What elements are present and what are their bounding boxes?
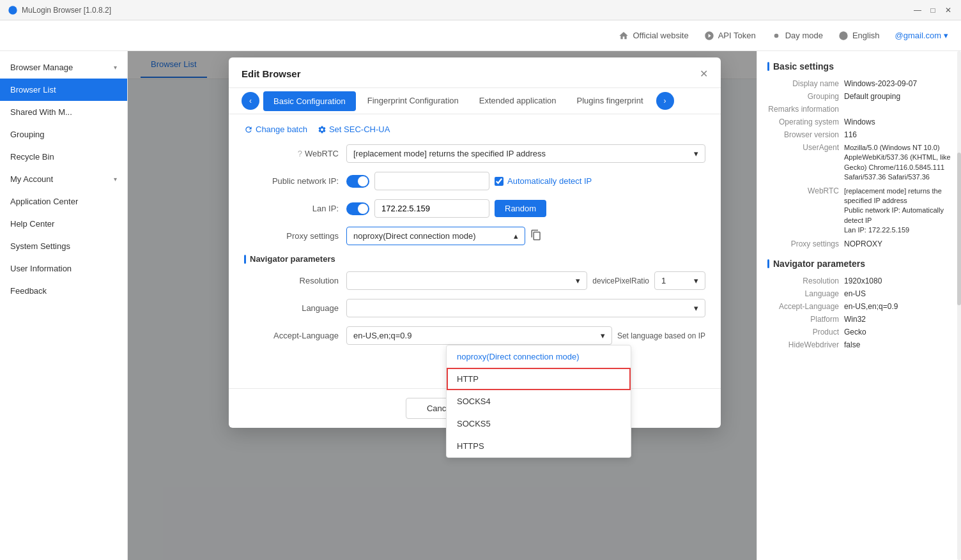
- proxy-label: Proxy settings: [244, 231, 346, 241]
- modal-close-button[interactable]: ✕: [700, 68, 708, 80]
- grouping-row: Grouping Default grouping: [767, 92, 951, 101]
- app-icon: [8, 5, 18, 15]
- tab-extended-app[interactable]: Extended application: [469, 89, 567, 113]
- tab-prev-arrow[interactable]: ‹: [242, 92, 259, 110]
- lan-ip-input[interactable]: [374, 199, 489, 218]
- window-controls: — □ ✕: [912, 5, 953, 15]
- day-mode-toggle[interactable]: Day mode: [771, 31, 823, 41]
- auto-detect-checkbox[interactable]: [495, 177, 504, 186]
- resolution-dropdown[interactable]: ▾: [346, 271, 587, 290]
- navigator-params-right-title: Navigator parameters: [767, 259, 951, 269]
- basic-settings-title: Basic settings: [767, 61, 951, 72]
- public-ip-row: Public network IP: Automatically detect …: [244, 172, 705, 190]
- webrtc-select[interactable]: [replacement mode] returns the specified…: [346, 144, 705, 163]
- svg-point-0: [8, 6, 17, 14]
- random-button[interactable]: Random: [495, 200, 546, 217]
- remarks-row: Remarks information: [767, 105, 951, 114]
- sidebar-item-shared-with-me[interactable]: Shared With M...: [0, 101, 127, 123]
- dropdown-item-http[interactable]: HTTP: [447, 368, 631, 390]
- sidebar-item-recycle-bin[interactable]: Recycle Bin: [0, 146, 127, 168]
- webrtc-row: ? WebRTC [replacement mode] returns the …: [244, 144, 705, 163]
- copy-icon[interactable]: [530, 229, 542, 243]
- content-area: Browser List Edit Browser ✕ ‹ Basic Conf…: [128, 51, 961, 560]
- set-sec-ch-ua-button[interactable]: Set SEC-CH-UA: [318, 125, 390, 134]
- sidebar-item-application-center[interactable]: Application Center: [0, 190, 127, 213]
- dropdown-item-socks5[interactable]: SOCKS5: [447, 412, 631, 435]
- tab-fingerprint-config[interactable]: Fingerprint Configuration: [357, 89, 469, 113]
- dropdown-item-https[interactable]: HTTPS: [447, 435, 631, 457]
- account-menu[interactable]: @gmail.com ▾: [895, 31, 948, 40]
- sidebar-item-feedback[interactable]: Feedback: [0, 280, 127, 302]
- chevron-down-icon: ▾: [114, 64, 117, 71]
- accept-language-row: Accept-Language en-US,en;q=0.9 ▾ Set lan…: [244, 326, 705, 345]
- sidebar-item-user-information[interactable]: User Information: [0, 257, 127, 280]
- accept-language-info-row: Accept-Language en-US,en;q=0.9: [767, 302, 951, 311]
- lan-ip-control: Random: [346, 199, 705, 218]
- sidebar-item-help-center[interactable]: Help Center: [0, 213, 127, 235]
- sidebar-item-browser-manage[interactable]: Browser Manage ▾: [0, 56, 127, 79]
- webrtc-dropdown[interactable]: [replacement mode] returns the specified…: [346, 144, 705, 163]
- edit-browser-modal: Edit Browser ✕ ‹ Basic Configuration Fin…: [229, 57, 721, 428]
- sidebar-item-grouping[interactable]: Grouping: [0, 123, 127, 146]
- chevron-down-icon: ▾: [694, 303, 698, 313]
- modal-header: Edit Browser ✕: [229, 57, 721, 88]
- webrtc-info-row: WebRTC [replacement mode] returns the sp…: [767, 186, 951, 236]
- api-icon: [704, 31, 714, 41]
- devicepixelratio-dropdown[interactable]: 1 ▾: [654, 271, 705, 290]
- help-icon: ?: [298, 149, 302, 158]
- modal-overlay: Edit Browser ✕ ‹ Basic Configuration Fin…: [128, 51, 961, 560]
- right-panel: Basic settings Display name Windows-2023…: [757, 51, 961, 560]
- dropdown-item-noproxy[interactable]: noproxy(Direct connection mode): [447, 345, 631, 368]
- language-control[interactable]: ▾: [346, 299, 705, 317]
- api-token-link[interactable]: API Token: [704, 31, 756, 41]
- sidebar-item-browser-list[interactable]: Browser List: [0, 79, 127, 101]
- language-dropdown[interactable]: ▾: [346, 299, 705, 317]
- accept-language-dropdown[interactable]: en-US,en;q=0.9 ▾: [346, 326, 612, 345]
- resolution-row: Resolution ▾ devicePixelRatio 1 ▾: [244, 271, 705, 290]
- webrtc-label: ? WebRTC: [244, 149, 346, 158]
- sidebar-item-system-settings[interactable]: System Settings: [0, 235, 127, 257]
- sidebar-item-my-account[interactable]: My Account ▾: [0, 168, 127, 190]
- maximize-button[interactable]: □: [928, 5, 938, 15]
- sun-icon: [771, 31, 781, 41]
- lan-ip-label: Lan IP:: [244, 204, 346, 213]
- close-button[interactable]: ✕: [943, 5, 953, 15]
- proxy-settings-row: Proxy settings noproxy(Direct connection…: [244, 227, 705, 245]
- refresh-small-icon: [244, 125, 253, 134]
- accept-language-label: Accept-Language: [244, 331, 346, 340]
- modal-tabs: ‹ Basic Configuration Fingerprint Config…: [229, 88, 721, 114]
- language-selector[interactable]: English: [838, 31, 880, 41]
- tab-next-arrow[interactable]: ›: [656, 92, 674, 110]
- basic-settings-section: Basic settings Display name Windows-2023…: [767, 61, 951, 248]
- public-ip-toggle[interactable]: [346, 175, 369, 188]
- set-language-by-ip-label: Set language based on IP: [617, 331, 705, 340]
- dropdown-item-socks4[interactable]: SOCKS4: [447, 390, 631, 412]
- resolution-control: ▾ devicePixelRatio 1 ▾: [346, 271, 705, 290]
- public-ip-input[interactable]: [374, 172, 489, 190]
- change-batch-button[interactable]: Change batch: [244, 125, 307, 134]
- accept-language-control: en-US,en;q=0.9 ▾ Set language based on I…: [346, 326, 705, 345]
- official-website-link[interactable]: Official website: [619, 31, 688, 41]
- public-ip-label: Public network IP:: [244, 176, 346, 186]
- os-row: Operating system Windows: [767, 117, 951, 126]
- proxy-dropdown[interactable]: noproxy(Direct connection mode) ▴: [346, 227, 525, 245]
- chevron-down-icon: ▾: [114, 176, 117, 183]
- hidewebdriver-info-row: HideWebdriver false: [767, 340, 951, 349]
- section-bar: [244, 255, 246, 264]
- public-ip-control: Automatically detect IP: [346, 172, 705, 190]
- section-bar: [767, 62, 769, 71]
- minimize-button[interactable]: —: [912, 5, 923, 15]
- language-info-row: Language en-US: [767, 289, 951, 298]
- platform-info-row: Platform Win32: [767, 315, 951, 324]
- home-icon: [619, 31, 629, 41]
- tab-basic-config[interactable]: Basic Configuration: [263, 91, 356, 111]
- scroll-bar[interactable]: [957, 51, 961, 560]
- proxy-control: noproxy(Direct connection mode) ▴: [346, 227, 705, 245]
- chevron-down-icon: ▾: [601, 331, 605, 340]
- language-row: Language ▾: [244, 299, 705, 317]
- titlebar: MuLogin Browser [1.0.8.2] — □ ✕: [0, 0, 961, 20]
- sidebar: Browser Manage ▾ Browser List Shared Wit…: [0, 51, 128, 560]
- tab-plugins-fingerprint[interactable]: Plugins fingerprint: [567, 89, 654, 113]
- lan-ip-toggle[interactable]: [346, 202, 369, 215]
- navigator-params-title: Navigator parameters: [244, 254, 705, 264]
